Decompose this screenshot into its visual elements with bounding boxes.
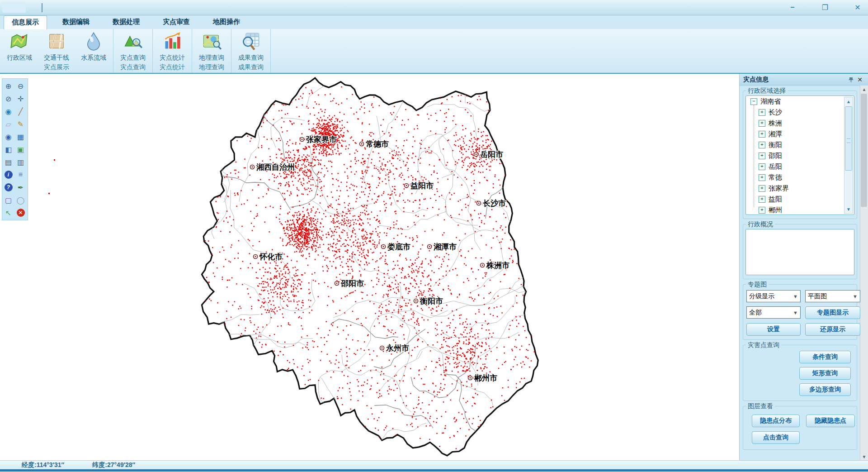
grid-icon[interactable]: ▦ bbox=[14, 130, 27, 143]
expand-icon[interactable]: + bbox=[759, 142, 765, 148]
tree-scrollbar-thumb[interactable] bbox=[845, 106, 852, 171]
ribbon-button-1-3[interactable]: 水系流域 bbox=[75, 31, 112, 62]
expand-icon[interactable]: + bbox=[759, 109, 765, 116]
tree-item[interactable]: +衡阳 bbox=[746, 139, 854, 150]
print-preview-icon[interactable]: ▥ bbox=[14, 156, 27, 168]
tree-item[interactable]: +株洲 bbox=[746, 118, 854, 129]
map-type-dropdown[interactable]: 平面图▼ bbox=[805, 290, 860, 302]
window-icon[interactable]: ▢ bbox=[2, 194, 14, 206]
rectangle-query-button[interactable]: 矩形查询 bbox=[799, 367, 851, 380]
hunan-map[interactable]: 张家界市常德市岳阳市湘西自治州益阳市长沙市娄底市湘潭市怀化市株洲市邵阳市衡阳市永… bbox=[0, 74, 740, 460]
doc-icon[interactable]: ≡ bbox=[14, 168, 27, 181]
ribbon-group-1: 行政区域交通干线水系流域灾点展示 bbox=[0, 29, 113, 73]
restore-button[interactable]: ❐ bbox=[819, 2, 831, 13]
expand-icon[interactable]: + bbox=[759, 120, 765, 127]
svg-text:娄底市: 娄底市 bbox=[387, 243, 410, 251]
expand-icon[interactable]: + bbox=[759, 185, 765, 192]
disaster-query-group: 灾害点查询 条件查询 矩形查询 多边形查询 bbox=[743, 345, 857, 401]
ellipse-icon[interactable]: ◯ bbox=[14, 194, 27, 206]
scrollbar-thumb[interactable] bbox=[861, 94, 867, 207]
tree-item[interactable]: +邵阳 bbox=[746, 150, 854, 161]
overview-title: 行政概况 bbox=[746, 220, 775, 229]
print-icon[interactable]: ▤ bbox=[2, 156, 14, 168]
hazard-distribution-button[interactable]: 隐患点分布 bbox=[752, 415, 800, 427]
ribbon-button-5-1[interactable]: 成果查询 bbox=[232, 31, 269, 62]
expand-icon[interactable]: + bbox=[759, 207, 765, 214]
ribbon-button-label: 灾点查询 bbox=[120, 54, 146, 62]
tree-scroll-down-icon[interactable]: ▼ bbox=[844, 205, 853, 213]
tree-scroll-up-icon[interactable]: ▲ bbox=[844, 98, 853, 105]
tree-item[interactable]: +郴州 bbox=[746, 205, 854, 215]
polygon-query-button[interactable]: 多边形查询 bbox=[799, 383, 851, 396]
panel-scrollbar[interactable]: ▲ ▼ bbox=[860, 86, 868, 460]
collapse-icon[interactable]: − bbox=[750, 98, 757, 105]
measure-icon[interactable]: ╱ bbox=[14, 105, 27, 118]
table-search-icon bbox=[241, 31, 261, 53]
tree-item[interactable]: +益阳 bbox=[746, 194, 854, 205]
tab-1[interactable]: 信息展示 bbox=[4, 15, 47, 29]
category-dropdown[interactable]: 全部▼ bbox=[746, 306, 801, 319]
eye-icon[interactable]: ◉ bbox=[2, 130, 14, 143]
expand-icon[interactable]: + bbox=[759, 131, 765, 138]
restore-display-button[interactable]: 还原显示 bbox=[805, 323, 860, 336]
chevron-down-icon: ▼ bbox=[853, 294, 858, 299]
tab-3[interactable]: 数据处理 bbox=[105, 15, 147, 29]
region-tree[interactable]: −湖南省+长沙+株洲+湘潭+衡阳+邵阳+岳阳+常德+张家界+益阳+郴州 ▲ ▼ bbox=[745, 95, 854, 215]
expand-icon[interactable]: + bbox=[759, 163, 765, 170]
tree-scrollbar[interactable]: ▲ ▼ bbox=[844, 97, 853, 214]
condition-query-button[interactable]: 条件查询 bbox=[799, 351, 851, 363]
blank-page-icon[interactable]: ▱ bbox=[2, 118, 14, 130]
layers-icon[interactable]: ◧ bbox=[2, 143, 14, 156]
brush-icon[interactable]: ✎ bbox=[14, 118, 27, 130]
ribbon-button-label: 水系流域 bbox=[81, 54, 106, 62]
region-select-group: 行政区域选择 −湖南省+长沙+株洲+湘潭+衡阳+邵阳+岳阳+常德+张家界+益阳+… bbox=[743, 91, 857, 219]
sign-icon[interactable]: ✒ bbox=[14, 181, 27, 194]
info-icon[interactable]: i bbox=[2, 168, 14, 181]
click-query-button[interactable]: 点击查询 bbox=[752, 431, 800, 444]
expand-icon[interactable]: + bbox=[759, 174, 765, 181]
chevron-down-icon: ▼ bbox=[793, 294, 798, 299]
expand-icon[interactable]: + bbox=[759, 153, 765, 159]
quick-access-area bbox=[2, 2, 26, 13]
help-icon[interactable]: ? bbox=[2, 181, 14, 194]
ribbon-button-3-1[interactable]: 灾点统计 bbox=[154, 31, 191, 62]
tab-5[interactable]: 地图操作 bbox=[205, 15, 248, 29]
hide-hazard-button[interactable]: 隐藏隐患点 bbox=[806, 415, 855, 427]
svg-text:益阳市: 益阳市 bbox=[410, 181, 434, 190]
titlebar-separator bbox=[42, 3, 42, 12]
tree-item[interactable]: −湖南省 bbox=[746, 96, 854, 107]
tree-item[interactable]: +岳阳 bbox=[746, 161, 854, 172]
thematic-show-button[interactable]: 专题图显示 bbox=[805, 306, 860, 319]
tree-item[interactable]: +长沙 bbox=[746, 107, 854, 118]
scroll-down-icon[interactable]: ▼ bbox=[860, 453, 868, 460]
expand-icon[interactable]: + bbox=[759, 196, 765, 203]
tab-2[interactable]: 数据编辑 bbox=[55, 15, 97, 29]
scroll-up-icon[interactable]: ▲ bbox=[860, 86, 868, 93]
tree-item[interactable]: +湘潭 bbox=[746, 129, 854, 139]
settings-button[interactable]: 设置 bbox=[746, 323, 801, 336]
ribbon-button-4-1[interactable]: 地理查询 bbox=[193, 31, 230, 62]
zoom-window-icon[interactable]: ⊘ bbox=[2, 92, 14, 105]
grade-display-dropdown[interactable]: 分级显示▼ bbox=[746, 290, 801, 302]
pin-icon[interactable] bbox=[846, 75, 855, 84]
minimize-button[interactable]: – bbox=[787, 2, 798, 13]
pan-icon[interactable]: ✛ bbox=[14, 92, 27, 105]
select-icon[interactable]: ↖ bbox=[2, 206, 14, 219]
image-icon[interactable]: ▣ bbox=[14, 143, 27, 156]
close-button[interactable]: ✕ bbox=[852, 2, 863, 13]
ribbon-button-1-1[interactable]: 行政区域 bbox=[1, 31, 38, 62]
map-label-4: 湘西自治州 bbox=[250, 163, 295, 172]
tree-item[interactable]: +常德 bbox=[746, 172, 854, 183]
ribbon-button-1-2[interactable]: 交通干线 bbox=[38, 31, 75, 62]
tab-4[interactable]: 灾点审查 bbox=[155, 15, 198, 29]
map-canvas[interactable]: 张家界市常德市岳阳市湘西自治州益阳市长沙市娄底市湘潭市怀化市株洲市邵阳市衡阳市永… bbox=[0, 74, 868, 460]
delete-icon[interactable]: ✕ bbox=[14, 206, 27, 219]
panel-close-icon[interactable]: ✕ bbox=[855, 75, 864, 84]
zoom-in-icon[interactable]: ⊕ bbox=[2, 80, 14, 92]
ribbon-button-2-1[interactable]: 灾点查询 bbox=[114, 31, 151, 62]
overview-textarea[interactable] bbox=[745, 229, 854, 275]
zoom-out-icon[interactable]: ⊖ bbox=[14, 80, 27, 92]
globe-icon[interactable]: ◉ bbox=[2, 105, 14, 118]
tree-item[interactable]: +张家界 bbox=[746, 183, 854, 194]
svg-text:邵阳市: 邵阳市 bbox=[340, 279, 364, 288]
